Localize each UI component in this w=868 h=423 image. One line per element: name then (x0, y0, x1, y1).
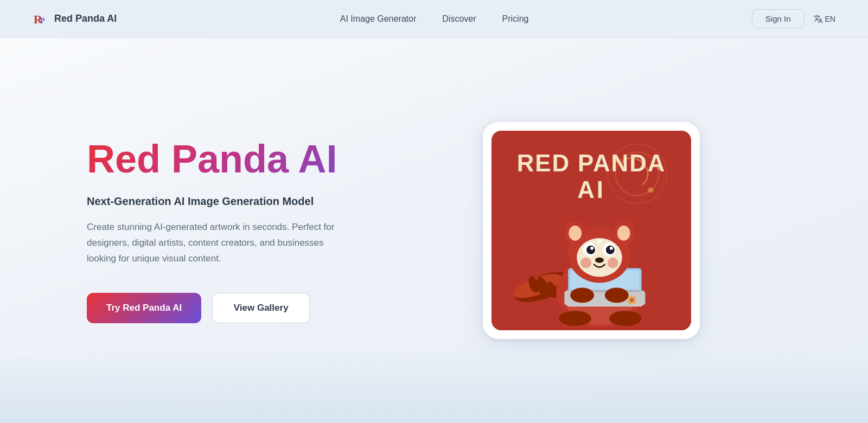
svg-point-40 (606, 246, 615, 254)
svg-point-35 (617, 226, 630, 241)
logo-icon: R P (33, 10, 50, 28)
hero-description: Create stunning AI-generated artwork in … (87, 220, 347, 267)
nav-right: Sign In EN (752, 9, 835, 28)
svg-point-41 (590, 247, 593, 250)
svg-point-18 (559, 311, 591, 326)
svg-point-46 (597, 239, 602, 243)
svg-point-28 (633, 296, 636, 300)
nav-pricing[interactable]: Pricing (502, 14, 529, 24)
sign-in-button[interactable]: Sign In (752, 9, 805, 28)
svg-point-8 (648, 187, 653, 193)
svg-point-44 (580, 258, 591, 268)
navbar: R P Red Panda AI AI Image Generator Disc… (0, 0, 868, 38)
svg-point-45 (608, 258, 618, 268)
logo-text: Red Panda AI (54, 13, 117, 24)
svg-point-42 (610, 247, 613, 250)
nav-ai-image-generator[interactable]: AI Image Generator (340, 14, 417, 24)
try-button[interactable]: Try Red Panda AI (87, 293, 201, 323)
svg-point-19 (609, 311, 642, 326)
hero-section: Red Panda AI Next-Generation AI Image Ge… (0, 38, 868, 423)
hero-subtitle: Next-Generation AI Image Generation Mode… (87, 194, 401, 209)
image-inner: RED PANDA AI (492, 131, 691, 330)
red-panda-illustration: RED PANDA AI (492, 131, 691, 330)
hero-buttons: Try Red Panda AI View Gallery (87, 293, 401, 323)
hero-image-area: RED PANDA AI (401, 122, 781, 339)
hero-content: Red Panda AI Next-Generation AI Image Ge… (87, 138, 401, 323)
logo[interactable]: R P Red Panda AI (33, 10, 117, 28)
svg-point-39 (586, 246, 595, 254)
translate-icon (813, 14, 823, 24)
svg-text:RED PANDA: RED PANDA (517, 150, 666, 176)
image-card: RED PANDA AI (483, 122, 700, 339)
hero-title: Red Panda AI (87, 138, 401, 181)
svg-text:P: P (40, 17, 45, 25)
svg-point-33 (569, 226, 582, 241)
svg-point-29 (627, 300, 631, 304)
svg-point-47 (570, 287, 594, 303)
language-selector[interactable]: EN (813, 14, 835, 24)
nav-discover[interactable]: Discover (442, 14, 476, 24)
svg-point-48 (605, 287, 629, 303)
svg-point-43 (595, 258, 604, 263)
svg-point-30 (633, 300, 636, 304)
svg-text:AI: AI (577, 176, 605, 203)
lang-label: EN (825, 15, 835, 23)
gallery-button[interactable]: View Gallery (212, 293, 310, 323)
nav-links: AI Image Generator Discover Pricing (340, 14, 529, 24)
